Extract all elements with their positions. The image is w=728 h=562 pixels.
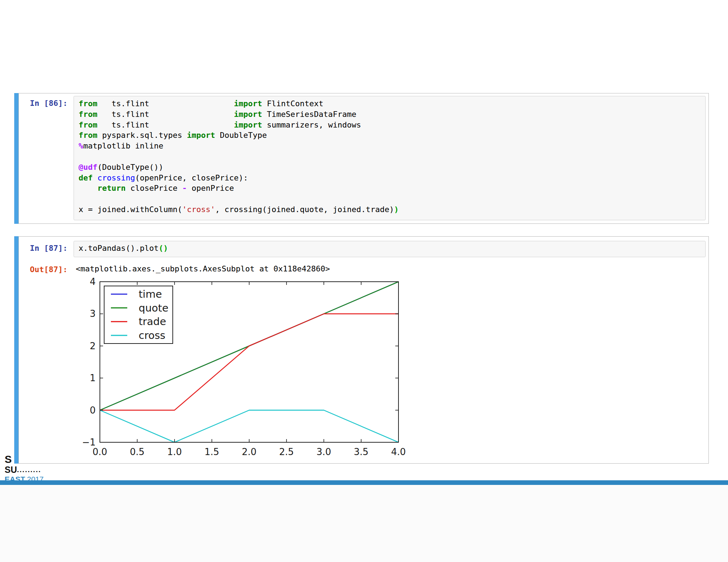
svg-text:1: 1 bbox=[90, 373, 96, 383]
matplotlib-line-chart: 0.00.51.01.52.02.53.03.54.0−101234timequ… bbox=[53, 272, 430, 464]
svg-text:1.0: 1.0 bbox=[167, 447, 182, 457]
svg-text:quote: quote bbox=[139, 302, 168, 314]
svg-text:4: 4 bbox=[90, 276, 96, 287]
svg-text:3.5: 3.5 bbox=[354, 447, 368, 457]
svg-text:3: 3 bbox=[90, 308, 96, 319]
logo-summit-line: SU......... bbox=[5, 465, 44, 474]
svg-text:2.5: 2.5 bbox=[279, 447, 294, 457]
input-prompt-87: In [87]: bbox=[21, 244, 68, 253]
input-prompt-86: In [86]: bbox=[21, 99, 68, 108]
spark-summit-logo: S SU......... EAST2017 bbox=[5, 454, 44, 483]
slide-canvas: In [86]: from ts.flint import FlintConte… bbox=[0, 0, 728, 562]
cell-1-selected-accent-bar bbox=[14, 93, 18, 224]
svg-text:trade: trade bbox=[139, 315, 166, 328]
svg-text:2: 2 bbox=[90, 341, 96, 351]
svg-text:cross: cross bbox=[139, 329, 165, 341]
svg-text:0.0: 0.0 bbox=[92, 447, 107, 457]
svg-text:4.0: 4.0 bbox=[391, 447, 406, 457]
code-editor-86[interactable]: from ts.flint import FlintContext from t… bbox=[74, 96, 705, 215]
svg-text:1.5: 1.5 bbox=[204, 447, 219, 457]
logo-dots: ......... bbox=[17, 466, 41, 474]
svg-text:0.5: 0.5 bbox=[130, 447, 144, 457]
svg-text:0: 0 bbox=[90, 405, 96, 416]
svg-text:3.0: 3.0 bbox=[316, 447, 331, 457]
svg-text:2.0: 2.0 bbox=[242, 447, 256, 457]
code-input-area-87[interactable]: x.toPandas().plot() bbox=[74, 241, 706, 257]
svg-text:time: time bbox=[139, 288, 162, 300]
footer-accent-bar bbox=[0, 480, 728, 485]
logo-letter: S bbox=[5, 454, 44, 465]
code-editor-87[interactable]: x.toPandas().plot() bbox=[74, 241, 705, 254]
below-footer-area bbox=[0, 485, 728, 562]
svg-text:−1: −1 bbox=[82, 437, 96, 448]
code-input-area-86[interactable]: from ts.flint import FlintContext from t… bbox=[74, 96, 706, 220]
cell-2-selected-accent-bar bbox=[14, 236, 18, 464]
